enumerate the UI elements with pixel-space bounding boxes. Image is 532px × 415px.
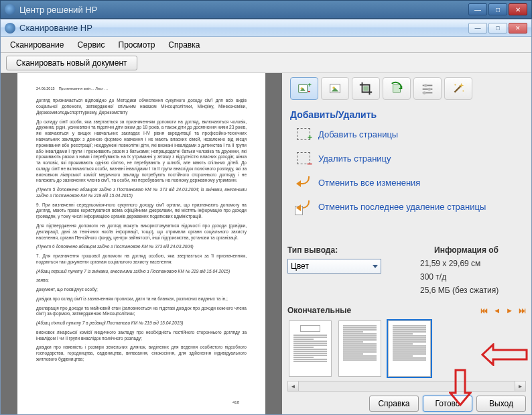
preview-page-number: 418: [232, 400, 239, 405]
parent-close-button[interactable]: ✕: [509, 3, 527, 15]
bottom-button-bar: Справка Готово Выход: [287, 392, 526, 412]
parent-window-title: Центр решений HP: [19, 5, 468, 15]
help-button[interactable]: Справка: [369, 396, 419, 412]
thumbnail-strip: [287, 316, 526, 381]
output-dpi: 300 т/д: [407, 272, 526, 282]
scroll-right-button[interactable]: ►: [515, 381, 525, 391]
content-area: 24.06.2015 Про внесення змін… Лист … дог…: [1, 73, 531, 414]
add-pages-action[interactable]: + Добавить страницы: [295, 127, 523, 141]
output-type-label: Тип вывода:: [287, 245, 407, 255]
menu-view[interactable]: Просмотр: [112, 38, 162, 52]
svg-point-11: [427, 88, 431, 91]
output-filesize: 25,6 МБ (без сжатия): [407, 286, 526, 295]
preview-header-meta: Про внесення змін… Лист …: [59, 86, 109, 91]
sliders-tool-icon[interactable]: [413, 77, 442, 100]
preview-list-item: довідка про склад сім'ї із зазначенням п…: [36, 296, 247, 302]
svg-point-13: [423, 91, 426, 95]
add-remove-tool-icon[interactable]: +-: [290, 77, 318, 100]
delete-page-action[interactable]: – Удалить страницу: [295, 151, 523, 166]
undo-last-delete-action[interactable]: Отменить последнее удаление страницы: [295, 199, 523, 214]
output-size: 21,59 x 29,69 см: [407, 259, 526, 268]
preview-list-item: висновок лікарської комісії медичного за…: [36, 330, 247, 342]
close-button[interactable]: ✕: [509, 23, 527, 34]
nav-next-icon[interactable]: ►: [506, 306, 513, 314]
right-panel: +- Добавить/Удалить: [282, 73, 531, 414]
preview-date: 24.06.2015: [36, 86, 55, 91]
preview-pane: 24.06.2015 Про внесення змін… Лист … дог…: [1, 73, 282, 414]
preview-note: (Пункт 5 доповнено абзацом згідно з Пост…: [36, 187, 247, 199]
image-adjust-tool-icon[interactable]: [321, 77, 349, 100]
preview-note: (Пункт 6 доповнено абзацом згідно з Пост…: [36, 244, 247, 250]
menu-scan[interactable]: Сканирование: [3, 38, 70, 52]
menu-help[interactable]: Справка: [161, 38, 206, 52]
tool-icon-bar: +-: [287, 74, 526, 103]
preview-page[interactable]: 24.06.2015 Про внесення змін… Лист … дог…: [17, 73, 265, 414]
thumbnail-scrollbar[interactable]: ◄ ►: [287, 381, 526, 392]
preview-paragraph: До складу сім'ї особи, яка звертається з…: [36, 119, 247, 184]
add-pages-label: Добавить страницы: [318, 129, 398, 139]
add-remove-section-title: Добавить/Удалить: [290, 109, 526, 120]
parent-maximize-button[interactable]: □: [488, 3, 507, 15]
output-type-value: Цвет: [291, 261, 309, 271]
svg-point-9: [424, 84, 427, 87]
exit-button[interactable]: Выход: [476, 396, 526, 412]
preview-list-item: заява;: [36, 278, 247, 284]
add-pages-icon: +: [295, 127, 312, 141]
final-pages-text: Окончательные: [287, 306, 351, 315]
thumbnail-page-2[interactable]: [338, 320, 381, 377]
scan-window-title: Сканирование HP: [19, 23, 468, 33]
thumbnail-nav: ⏮ ◄ ► ⏭: [480, 306, 526, 314]
svg-point-15: [454, 84, 456, 85]
preview-paragraph: догляд призначається відповідно до Метод…: [36, 98, 247, 115]
thumbnail-page-1[interactable]: [289, 320, 332, 377]
thumbnail-page-3[interactable]: [388, 320, 431, 377]
undo-last-delete-icon: [295, 199, 312, 214]
preview-paragraph: 9. При визначенні середньомісячного суку…: [36, 202, 247, 220]
minimize-button[interactable]: —: [468, 23, 487, 34]
svg-rect-6: [363, 86, 368, 91]
nav-first-icon[interactable]: ⏮: [480, 306, 488, 314]
menu-bar: Сканирование Сервис Просмотр Справка: [1, 37, 531, 53]
hp-scan-icon: [5, 23, 15, 34]
done-button[interactable]: Готово: [423, 396, 472, 412]
rotate-tool-icon[interactable]: [383, 77, 411, 100]
undo-all-label: Отменить все изменения: [318, 178, 420, 188]
menu-service[interactable]: Сервис: [70, 38, 111, 52]
nav-prev-icon[interactable]: ◄: [493, 306, 501, 314]
scan-window: Сканирование HP — □ ✕ Сканирование Серви…: [0, 19, 532, 415]
svg-text:-: -: [308, 86, 311, 95]
toolbar: Сканировать новый документ: [1, 53, 531, 73]
undo-last-delete-label: Отменить последнее удаление страницы: [318, 202, 486, 212]
preview-list-item: довідки про наявність і розміри земельни…: [36, 345, 247, 362]
magic-wand-tool-icon[interactable]: [444, 77, 472, 100]
preview-paragraph: 7. Для призначення грошової допомоги на …: [36, 253, 247, 265]
preview-paragraph: Для підтвердження допомоги на догляд мож…: [36, 223, 247, 241]
chevron-down-icon: [373, 265, 378, 268]
final-pages-label: Окончательные ⏮ ◄ ► ⏭: [287, 306, 526, 315]
preview-list-item: декларація про доходи та майновий стан (…: [36, 306, 247, 318]
output-info-label: Информация об: [407, 245, 526, 255]
scroll-left-button[interactable]: ◄: [288, 381, 299, 391]
undo-all-action[interactable]: Отменить все изменения: [295, 175, 523, 190]
svg-line-14: [455, 86, 461, 92]
scan-window-titlebar: Сканирование HP — □ ✕: [1, 19, 531, 37]
nav-last-icon[interactable]: ⏭: [519, 306, 526, 314]
delete-page-icon: –: [295, 151, 312, 166]
preview-note: (Абзац перший пункту 7 із змінами, внесе…: [36, 269, 247, 275]
scan-new-document-button[interactable]: Сканировать новый документ: [6, 56, 137, 70]
hp-app-icon: [5, 4, 15, 15]
action-list: + Добавить страницы – Удалить страницу О…: [287, 127, 526, 223]
output-row: Тип вывода: Цвет Информация об 21,59 x 2…: [287, 243, 526, 302]
maximize-button[interactable]: □: [488, 23, 507, 34]
parent-window-titlebar: Центр решений HP — □ ✕: [0, 0, 532, 19]
delete-page-label: Удалить страницу: [318, 154, 391, 164]
svg-point-16: [462, 91, 464, 92]
crop-tool-icon[interactable]: [352, 77, 380, 100]
parent-minimize-button[interactable]: —: [468, 3, 487, 15]
undo-all-icon: [295, 175, 312, 190]
preview-list-item: документ, що посвідчує особу;: [36, 287, 247, 293]
preview-note: (Абзац п'ятий пункту 7 в редакції Постан…: [36, 320, 247, 327]
output-type-select[interactable]: Цвет: [287, 259, 381, 274]
